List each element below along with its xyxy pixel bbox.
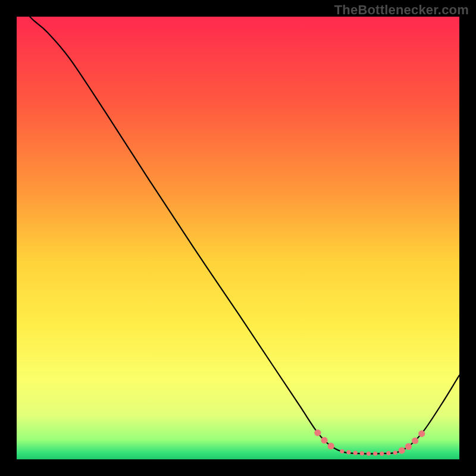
marker-point	[328, 443, 334, 449]
marker-point	[321, 437, 327, 443]
chart-svg	[17, 17, 459, 459]
marker-point	[360, 451, 364, 455]
marker-point	[314, 430, 321, 436]
marker-point	[405, 443, 412, 450]
marker-point	[340, 449, 344, 453]
marker-point	[399, 447, 405, 454]
gradient-background	[17, 17, 459, 459]
plot-area	[17, 17, 459, 459]
marker-point	[380, 452, 384, 456]
marker-point	[393, 450, 397, 455]
marker-point	[373, 452, 377, 456]
marker-point	[412, 437, 418, 444]
chart-frame: TheBottlenecker.com	[0, 0, 476, 476]
watermark-text: TheBottlenecker.com	[334, 2, 469, 18]
marker-point	[346, 450, 350, 455]
marker-point	[386, 451, 390, 455]
marker-point	[367, 452, 371, 456]
marker-point	[353, 451, 358, 455]
marker-point	[418, 430, 425, 437]
